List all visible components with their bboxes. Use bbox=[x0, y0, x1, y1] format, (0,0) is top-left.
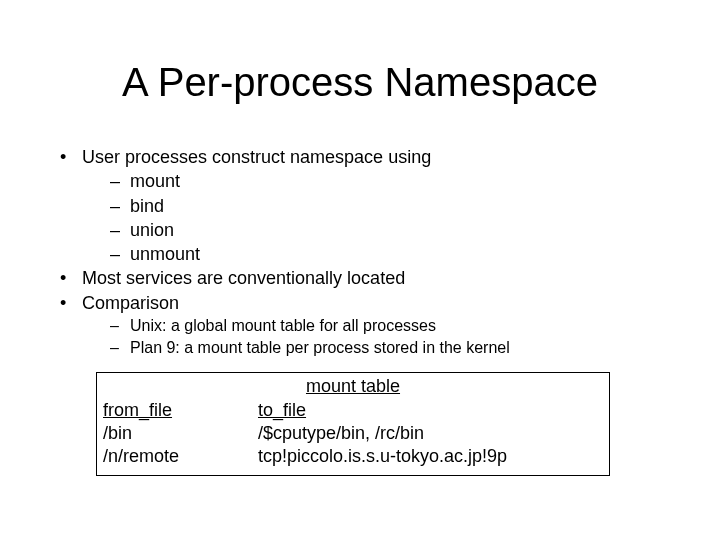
bullet-list: User processes construct namespace using… bbox=[50, 145, 670, 358]
mount-table-row: /n/remote tcp!piccolo.is.s.u-tokyo.ac.jp… bbox=[103, 445, 603, 468]
sub-bullet-text: Unix: a global mount table for all proce… bbox=[130, 317, 436, 334]
mount-table-header-to: to_file bbox=[258, 399, 603, 422]
sub-bullet-text: union bbox=[130, 220, 174, 240]
sub-bullet-text: unmount bbox=[130, 244, 200, 264]
bullet-item: Comparison Unix: a global mount table fo… bbox=[56, 291, 670, 358]
bullet-item: User processes construct namespace using… bbox=[56, 145, 670, 266]
bullet-item: Most services are conventionally located bbox=[56, 266, 670, 290]
mount-table-header-row: from_file to_file bbox=[103, 399, 603, 422]
sub-bullet-text: mount bbox=[130, 171, 180, 191]
mount-table-cell-to: tcp!piccolo.is.s.u-tokyo.ac.jp!9p bbox=[258, 445, 603, 468]
sub-bullet-item: bind bbox=[108, 194, 670, 218]
mount-table-header-from: from_file bbox=[103, 399, 258, 422]
bullet-text: Comparison bbox=[82, 293, 179, 313]
slide: A Per-process Namespace User processes c… bbox=[0, 0, 720, 540]
mount-table: mount table from_file to_file /bin /$cpu… bbox=[96, 372, 610, 476]
slide-body: User processes construct namespace using… bbox=[50, 145, 670, 476]
mount-table-cell-to: /$cputype/bin, /rc/bin bbox=[258, 422, 603, 445]
sub-bullet-text: bind bbox=[130, 196, 164, 216]
mount-table-cell-from: /n/remote bbox=[103, 445, 258, 468]
mount-table-cell-from: /bin bbox=[103, 422, 258, 445]
sub-bullet-list: mount bind union unmount bbox=[82, 169, 670, 266]
bullet-text: User processes construct namespace using bbox=[82, 147, 431, 167]
sub-bullet-item: unmount bbox=[108, 242, 670, 266]
sub-bullet-item: Plan 9: a mount table per process stored… bbox=[108, 337, 670, 359]
sub-bullet-item: mount bbox=[108, 169, 670, 193]
bullet-text: Most services are conventionally located bbox=[82, 268, 405, 288]
sub-bullet-item: Unix: a global mount table for all proce… bbox=[108, 315, 670, 337]
sub-bullet-text: Plan 9: a mount table per process stored… bbox=[130, 339, 510, 356]
mount-table-row: /bin /$cputype/bin, /rc/bin bbox=[103, 422, 603, 445]
slide-title: A Per-process Namespace bbox=[50, 60, 670, 105]
sub-bullet-list: Unix: a global mount table for all proce… bbox=[82, 315, 670, 358]
mount-table-title: mount table bbox=[103, 375, 603, 398]
sub-bullet-item: union bbox=[108, 218, 670, 242]
